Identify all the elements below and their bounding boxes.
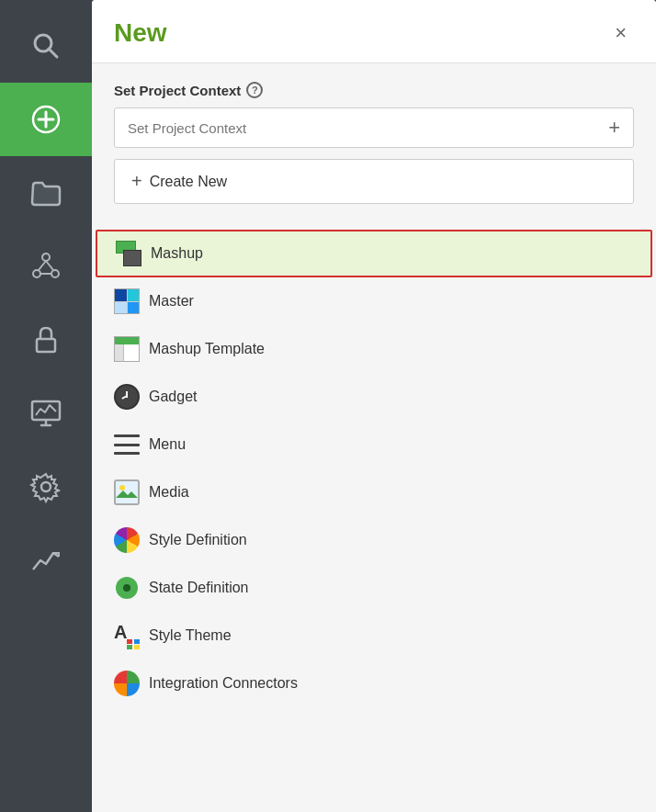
- help-icon[interactable]: ?: [246, 82, 263, 98]
- list-item-media-label: Media: [149, 484, 189, 501]
- svg-line-1: [49, 49, 57, 57]
- svg-point-5: [42, 254, 50, 261]
- list-item-style-theme-label: Style Theme: [149, 627, 232, 644]
- context-add-button[interactable]: +: [608, 118, 620, 138]
- section-label: Set Project Context ?: [114, 82, 634, 98]
- sidebar-item-folder[interactable]: [0, 156, 92, 230]
- list-item-integration-connectors-label: Integration Connectors: [149, 675, 298, 692]
- sidebar-item-chart[interactable]: [0, 524, 92, 597]
- list-item-mashup[interactable]: Mashup: [96, 230, 652, 277]
- list-item-style-definition-label: Style Definition: [149, 532, 247, 548]
- sidebar: [0, 0, 92, 812]
- svg-point-7: [51, 270, 59, 277]
- svg-line-9: [46, 261, 53, 270]
- list-item-master-label: Master: [149, 293, 194, 310]
- sidebar-item-lock[interactable]: [0, 303, 92, 377]
- integration-connectors-icon: [114, 671, 140, 696]
- list-item-mashup-template-label: Mashup Template: [149, 341, 265, 357]
- panel-header: New ×: [92, 0, 656, 63]
- list-item-gadget[interactable]: Gadget: [92, 373, 656, 421]
- media-icon: [114, 479, 140, 505]
- list-item-mashup-label: Mashup: [151, 245, 203, 262]
- sidebar-item-network[interactable]: [0, 230, 92, 303]
- list-item-menu[interactable]: Menu: [92, 421, 656, 468]
- panel-title: New: [114, 18, 167, 48]
- style-theme-icon: A: [114, 623, 140, 648]
- context-input-row: +: [114, 107, 634, 148]
- list-item-gadget-label: Gadget: [149, 389, 197, 405]
- menu-icon: [114, 432, 140, 457]
- create-new-label: Create New: [150, 174, 227, 190]
- list-container: Mashup Master: [92, 230, 656, 707]
- sidebar-item-monitor[interactable]: [0, 377, 92, 450]
- list-item-mashup-template[interactable]: Mashup Template: [92, 325, 656, 373]
- mashup-template-icon: [114, 336, 140, 362]
- create-new-button[interactable]: + Create New: [114, 159, 634, 204]
- svg-rect-16: [116, 481, 138, 503]
- list-item-style-definition[interactable]: Style Definition: [92, 516, 656, 564]
- list-item-state-definition-label: State Definition: [149, 580, 249, 596]
- list-item-state-definition[interactable]: State Definition: [92, 564, 656, 612]
- panel-content: Set Project Context ? + + Create New: [92, 63, 656, 230]
- mashup-icon: [116, 241, 141, 266]
- master-icon: [114, 288, 140, 314]
- context-input[interactable]: [128, 120, 608, 136]
- close-button[interactable]: ×: [607, 19, 634, 47]
- svg-line-8: [39, 261, 46, 270]
- create-new-plus-icon: +: [131, 171, 142, 192]
- state-definition-icon: [114, 575, 140, 601]
- list-item-media[interactable]: Media: [92, 468, 656, 516]
- list-item-style-theme[interactable]: A Style Theme: [92, 612, 656, 660]
- sidebar-item-search[interactable]: [0, 9, 92, 83]
- main-panel: New × Set Project Context ? + + Create N…: [92, 0, 656, 812]
- list-item-master[interactable]: Master: [92, 277, 656, 325]
- sidebar-item-add[interactable]: [0, 83, 92, 156]
- style-definition-icon: [114, 527, 140, 553]
- list-item-menu-label: Menu: [149, 436, 186, 453]
- svg-point-6: [33, 270, 40, 277]
- svg-rect-11: [37, 339, 55, 352]
- gadget-icon: [114, 384, 140, 410]
- sidebar-item-settings[interactable]: [0, 450, 92, 524]
- svg-point-15: [41, 482, 51, 491]
- svg-point-17: [119, 485, 125, 491]
- list-item-integration-connectors[interactable]: Integration Connectors: [92, 660, 656, 707]
